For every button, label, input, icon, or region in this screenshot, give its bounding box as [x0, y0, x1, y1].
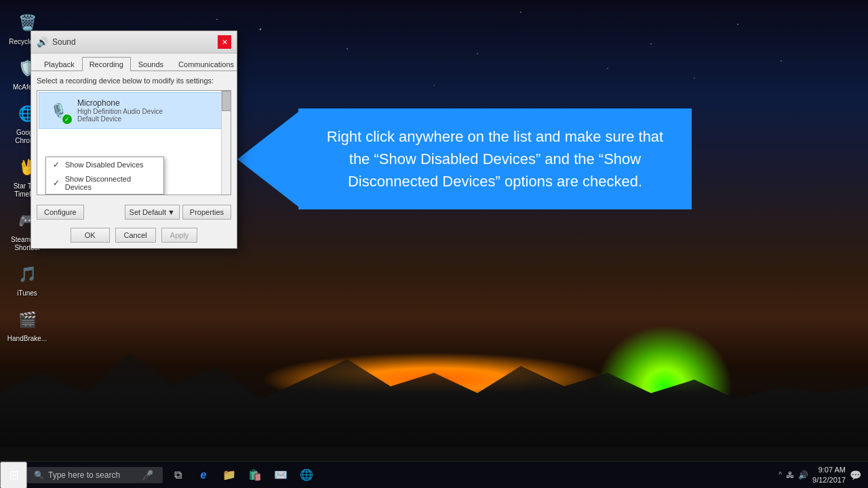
dialog-description: Select a recording device below to modif… [37, 77, 231, 85]
tab-communications[interactable]: Communications [171, 57, 241, 71]
store-button[interactable]: 🛍️ [243, 463, 267, 487]
ok-button[interactable]: OK [71, 228, 110, 243]
checkmark-show-disconnected: ✓ [52, 178, 61, 188]
dialog-titlebar: 🔊 Sound ✕ [31, 31, 237, 54]
taskbar-search-placeholder: Type here to search [48, 470, 120, 480]
show-disabled-label: Show Disabled Devices [65, 161, 144, 169]
device-icon-area: 🎙️ ✓ [45, 97, 72, 124]
system-clock[interactable]: 9:07 AM 9/12/2017 [812, 465, 846, 485]
cancel-button[interactable]: Cancel [115, 228, 156, 243]
device-default-status: Default Device [77, 115, 223, 123]
task-view-button[interactable]: ⧉ [165, 463, 190, 487]
system-tray-icons: 🖧 🔊 [786, 470, 808, 480]
taskbar: ⊞ 🔍 Type here to search 🎤 ⧉ e 📁 🛍️ ✉️ 🌐 … [0, 461, 868, 488]
show-disconnected-label: Show Disconnected Devices [65, 175, 158, 191]
dialog-close-button[interactable]: ✕ [218, 35, 231, 49]
clock-time: 9:07 AM [812, 465, 846, 474]
apply-button[interactable]: Apply [161, 228, 198, 243]
clock-date: 9/12/2017 [812, 475, 846, 485]
callout-text: Right click anywhere on the list and mak… [322, 125, 668, 192]
properties-button[interactable]: Properties [182, 205, 231, 220]
set-default-button[interactable]: Set Default ▼ [125, 205, 180, 220]
tab-recording[interactable]: Recording [82, 57, 131, 71]
dialog-action-buttons: Configure Set Default ▼ Properties [31, 201, 237, 224]
configure-button[interactable]: Configure [37, 205, 84, 220]
context-menu: ✓ Show Disabled Devices ✓ Show Disconnec… [45, 157, 164, 195]
device-item-microphone[interactable]: 🎙️ ✓ Microphone High Definition Audio De… [39, 92, 229, 129]
dialog-tabs: Playback Recording Sounds Communications [31, 54, 237, 71]
desktop-icon-itunes[interactable]: 🎵 iTunes [3, 258, 52, 300]
system-tray-expand-icon[interactable]: ^ [778, 471, 782, 479]
default-check-icon: ✓ [62, 115, 72, 124]
dialog-title-left: 🔊 Sound [37, 37, 76, 47]
scrollbar-thumb[interactable] [222, 91, 231, 111]
taskbar-search-box[interactable]: 🔍 Type here to search 🎤 [27, 467, 163, 483]
start-button[interactable]: ⊞ [0, 462, 27, 489]
device-info: Microphone High Definition Audio Device … [77, 98, 223, 123]
mail-button[interactable]: ✉️ [269, 463, 293, 487]
checkmark-show-disabled: ✓ [52, 160, 61, 169]
device-sub: High Definition Audio Device [77, 108, 223, 115]
tab-sounds[interactable]: Sounds [131, 57, 171, 71]
handbrake-icon: 🎬 [14, 306, 41, 333]
itunes-label: iTunes [17, 289, 37, 298]
set-default-arrow-icon: ▼ [167, 208, 175, 216]
dialog-ok-cancel-buttons: OK Cancel Apply [31, 224, 237, 248]
itunes-icon: 🎵 [14, 261, 41, 288]
device-list[interactable]: 🎙️ ✓ Microphone High Definition Audio De… [37, 90, 231, 195]
context-menu-item-show-disabled[interactable]: ✓ Show Disabled Devices [46, 157, 163, 172]
callout-container: Right click anywhere on the list and mak… [237, 108, 692, 209]
desktop-icon-handbrake[interactable]: 🎬 HandBrake... [3, 304, 52, 346]
search-icon: 🔍 [34, 470, 44, 480]
callout-arrow [237, 112, 298, 207]
context-menu-item-show-disconnected[interactable]: ✓ Show Disconnected Devices [46, 172, 163, 194]
dialog-sound-icon: 🔊 [37, 37, 48, 47]
handbrake-label: HandBrake... [7, 335, 47, 343]
callout-box: Right click anywhere on the list and mak… [298, 108, 692, 209]
notification-center-icon[interactable]: 💬 [850, 470, 861, 481]
taskbar-mic-icon[interactable]: 🎤 [142, 470, 153, 481]
sound-dialog: 🔊 Sound ✕ Playback Recording Sounds Comm… [31, 30, 237, 249]
edge-button[interactable]: e [191, 463, 216, 487]
volume-tray-icon[interactable]: 🔊 [798, 470, 808, 480]
file-explorer-button[interactable]: 📁 [217, 463, 241, 487]
tab-playback[interactable]: Playback [37, 57, 82, 71]
dialog-title-text: Sound [52, 37, 76, 47]
device-list-scrollbar[interactable] [221, 91, 231, 195]
taskbar-app-icons: ⧉ e 📁 🛍️ ✉️ 🌐 [165, 463, 319, 487]
network-tray-icon: 🖧 [786, 470, 794, 480]
taskbar-right-area: ^ 🖧 🔊 9:07 AM 9/12/2017 💬 [778, 465, 868, 485]
dialog-content: Select a recording device below to modif… [31, 71, 237, 201]
device-name: Microphone [77, 98, 223, 108]
set-default-label: Set Default [130, 208, 166, 216]
network-button[interactable]: 🌐 [294, 463, 319, 487]
